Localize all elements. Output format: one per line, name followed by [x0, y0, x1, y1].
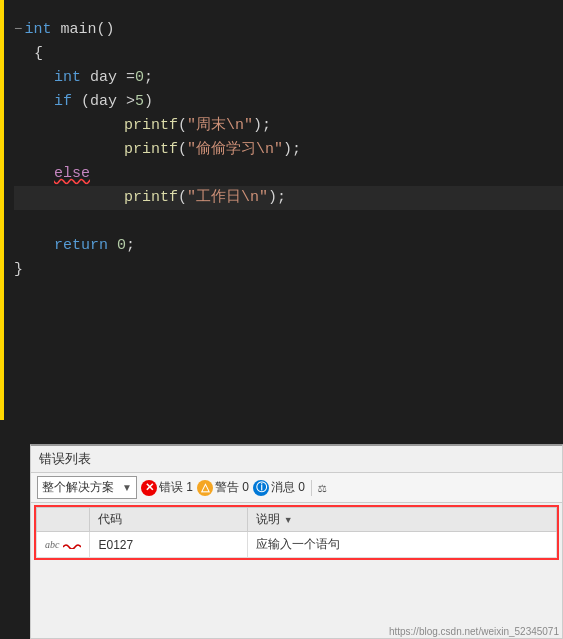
error-panel-title: 错误列表 [31, 446, 562, 473]
code-text: ( [178, 186, 187, 210]
code-editor: − int main() { int day = 0 ; if (day > 5… [0, 0, 563, 420]
collapse-icon[interactable]: − [14, 18, 22, 40]
code-text: ( [178, 138, 187, 162]
string-literal: "周末\n" [187, 114, 253, 138]
sort-arrow-icon: ▼ [284, 515, 293, 525]
col-header-blank [37, 508, 90, 532]
error-desc-cell: 应输入一个语句 [248, 532, 557, 558]
col-desc-label: 说明 [256, 512, 280, 526]
watermark: https://blog.csdn.net/weixin_52345071 [389, 626, 559, 637]
error-table-container: 代码 说明 ▼ abc [34, 505, 559, 560]
string-literal: "工作日\n" [187, 186, 268, 210]
code-line: { [14, 42, 563, 66]
function-printf: printf [124, 138, 178, 162]
code-text: } [14, 258, 23, 282]
number: 0 [135, 66, 144, 90]
solution-dropdown[interactable]: 整个解决方案 ▼ [37, 476, 137, 499]
error-code-text: E0127 [98, 538, 133, 552]
function-printf: printf [124, 114, 178, 138]
code-text: ; [126, 234, 135, 258]
error-desc-text: 应输入一个语句 [256, 537, 340, 551]
col-header-desc[interactable]: 说明 ▼ [248, 508, 557, 532]
keyword-int: int [24, 18, 51, 42]
keyword-return: return [54, 234, 108, 258]
code-text: ); [268, 186, 286, 210]
info-count: 消息 0 [271, 479, 305, 496]
info-badge: ⓘ 消息 0 [253, 479, 305, 496]
code-text: ) [144, 90, 153, 114]
error-panel: 错误列表 整个解决方案 ▼ ✕ 错误 1 △ 警告 0 ⓘ 消息 0 ⚖ [30, 444, 563, 639]
solution-label: 整个解决方案 [42, 479, 114, 496]
table-header-row: 代码 说明 ▼ [37, 508, 557, 532]
toolbar-separator [311, 480, 312, 496]
code-text: main() [51, 18, 114, 42]
dropdown-arrow-icon: ▼ [122, 482, 132, 493]
code-line: if (day > 5 ) [14, 90, 563, 114]
code-line: else [14, 162, 563, 186]
code-text: day = [81, 66, 135, 90]
warning-badge: △ 警告 0 [197, 479, 249, 496]
info-icon: ⓘ [253, 480, 269, 496]
code-line [14, 210, 563, 234]
error-code-cell: E0127 [90, 532, 248, 558]
code-text: { [34, 42, 43, 66]
code-line: } [14, 258, 563, 282]
string-literal: "偷偷学习\n" [187, 138, 283, 162]
table-row[interactable]: abc E0127 应输入一个语句 [37, 532, 557, 558]
warning-icon: △ [197, 480, 213, 496]
code-line: − int main() [14, 18, 563, 42]
code-text: ( [178, 114, 187, 138]
keyword-if: if [54, 90, 72, 114]
watermark-text: https://blog.csdn.net/weixin_52345071 [389, 626, 559, 637]
filter-icon[interactable]: ⚖ [318, 479, 326, 496]
col-code-label: 代码 [98, 512, 122, 526]
number: 0 [117, 234, 126, 258]
code-content: − int main() { int day = 0 ; if (day > 5… [0, 10, 563, 290]
number: 5 [135, 90, 144, 114]
code-line: int day = 0 ; [14, 66, 563, 90]
warning-count: 警告 0 [215, 479, 249, 496]
abc-icon: abc [45, 539, 59, 550]
code-line: printf ( "偷偷学习\n" ); [14, 138, 563, 162]
keyword-int: int [54, 66, 81, 90]
code-text: ); [253, 114, 271, 138]
yellow-bar [0, 0, 4, 420]
error-table: 代码 说明 ▼ abc [36, 507, 557, 558]
squiggle-line [63, 541, 81, 549]
code-text: ); [283, 138, 301, 162]
error-type-cell: abc [37, 532, 90, 558]
code-text: ; [144, 66, 153, 90]
error-count: 错误 1 [159, 479, 193, 496]
function-printf: printf [124, 186, 178, 210]
keyword-else: else [54, 162, 90, 186]
code-line: return 0 ; [14, 234, 563, 258]
error-icon: ✕ [141, 480, 157, 496]
error-panel-title-text: 错误列表 [39, 451, 91, 466]
code-line: printf ( "周末\n" ); [14, 114, 563, 138]
code-text [108, 234, 117, 258]
col-header-code[interactable]: 代码 [90, 508, 248, 532]
code-line-highlighted: printf ( "工作日\n" ); [14, 186, 563, 210]
code-text: (day > [72, 90, 135, 114]
error-badge: ✕ 错误 1 [141, 479, 193, 496]
error-panel-toolbar: 整个解决方案 ▼ ✕ 错误 1 △ 警告 0 ⓘ 消息 0 ⚖ [31, 473, 562, 503]
